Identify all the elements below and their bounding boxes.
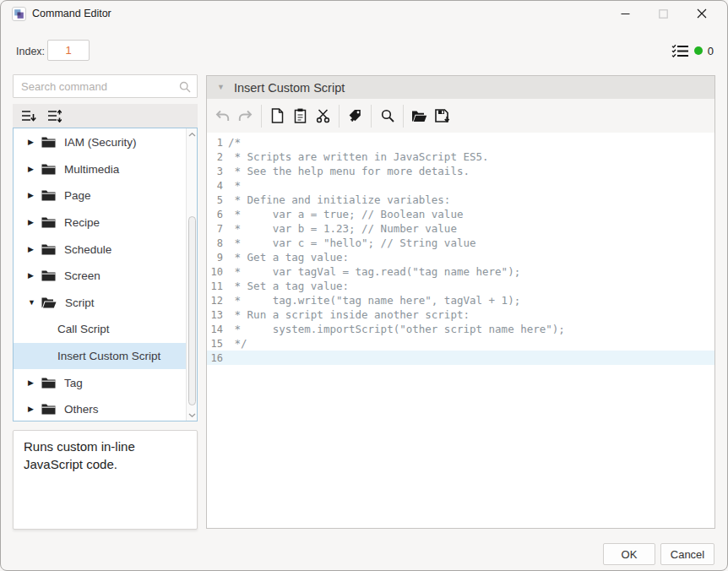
paste-button[interactable] [289, 104, 312, 128]
folder-icon [41, 217, 56, 228]
code-line-16: 16 [207, 351, 714, 365]
code-text: * var b = 1.23; // Number value [228, 222, 457, 235]
chevron-collapsed-icon[interactable]: ▶ [28, 246, 39, 253]
chevron-expanded-icon[interactable]: ▼ [28, 299, 39, 307]
close-icon [697, 8, 707, 19]
chevron-collapsed-icon[interactable]: ▶ [28, 192, 39, 199]
panel-collapse-icon[interactable]: ▼ [217, 84, 225, 91]
cut-button[interactable] [312, 104, 334, 128]
find-icon [381, 109, 394, 122]
code-line-7: 7 * var b = 1.23; // Number value [207, 221, 714, 236]
maximize-button[interactable] [644, 1, 682, 26]
titlebar: Command Editor [1, 1, 727, 26]
code-editor[interactable]: 1/*2 * Scripts are written in JavaScript… [207, 133, 714, 528]
minimize-button[interactable] [606, 1, 644, 26]
open-script-button[interactable] [408, 104, 431, 128]
line-number: 6 [207, 209, 223, 220]
line-number: 4 [207, 180, 223, 192]
command-tree: ▶IAM (Security)▶Multimedia▶Page▶Recipe▶S… [14, 129, 186, 421]
find-button[interactable] [376, 104, 399, 128]
ok-button[interactable]: OK [603, 543, 655, 565]
code-text: * var tagVal = tag.read("tag name here")… [228, 265, 520, 278]
line-number: 2 [207, 151, 223, 163]
folder-icon [41, 244, 56, 255]
code-text: * Scripts are written in JavaScript ES5. [228, 150, 489, 163]
folder-icon [41, 378, 56, 389]
code-text: * Get a tag value: [228, 251, 349, 264]
tree-item-label: Call Script [57, 323, 110, 335]
line-number: 15 [207, 338, 223, 350]
chevron-collapsed-icon[interactable]: ▶ [28, 139, 39, 146]
cancel-button[interactable]: Cancel [660, 543, 714, 565]
collapse-all-button[interactable] [19, 107, 38, 124]
tree-item-tag[interactable]: ▶Tag [14, 369, 186, 396]
code-text: * Define and initialize variables: [228, 193, 450, 206]
folder-icon [41, 164, 56, 175]
tree-item-label: Insert Custom Script [57, 350, 160, 362]
save-icon [435, 109, 450, 123]
expand-all-icon [47, 110, 62, 122]
copy-icon [271, 108, 284, 123]
tree-item-script[interactable]: ▼Script [14, 290, 186, 317]
tree-item-recipe[interactable]: ▶Recipe [14, 209, 186, 237]
copy-button[interactable] [266, 104, 289, 128]
add-tag-button[interactable] [344, 104, 367, 128]
tree-item-iam-security[interactable]: ▶IAM (Security) [14, 129, 186, 156]
line-number: 10 [207, 266, 223, 278]
tree-toolbar [13, 104, 198, 128]
validation-list-icon[interactable] [671, 44, 689, 58]
code-text: * var c = "hello"; // String value [228, 237, 476, 249]
tree-item-insert-custom-script[interactable]: Insert Custom Script [14, 343, 186, 370]
tree-item-multimedia[interactable]: ▶Multimedia [14, 156, 186, 183]
open-folder-icon [411, 110, 427, 122]
code-text: * See the help menu for more details. [228, 165, 470, 177]
folder-icon [41, 270, 56, 281]
cut-icon [316, 109, 330, 123]
toolbar-separator [371, 105, 372, 128]
line-number: 12 [207, 295, 223, 307]
scroll-up-icon[interactable] [187, 128, 198, 140]
code-line-9: 9 * Get a tag value: [207, 250, 714, 264]
code-line-13: 13 * Run a script inside another script: [207, 307, 714, 322]
chevron-collapsed-icon[interactable]: ▶ [28, 219, 39, 226]
tree-item-call-script[interactable]: Call Script [14, 316, 186, 343]
add-tag-icon [348, 109, 362, 122]
close-button[interactable] [682, 1, 720, 26]
chevron-collapsed-icon[interactable]: ▶ [28, 405, 39, 413]
code-line-4: 4 * [207, 178, 714, 193]
folder-icon [41, 137, 56, 148]
code-line-1: 1/* [207, 135, 714, 150]
code-text: * [228, 179, 241, 192]
chevron-collapsed-icon[interactable]: ▶ [28, 379, 39, 387]
tree-item-label: Recipe [64, 216, 100, 229]
search-input[interactable] [14, 75, 197, 97]
tree-item-label: Page [64, 189, 91, 202]
script-panel-title: Insert Custom Script [234, 81, 345, 95]
tree-item-screen[interactable]: ▶Screen [14, 263, 186, 290]
tree-item-label: Screen [64, 269, 101, 282]
code-text: * var a = true; // Boolean value [228, 208, 463, 220]
undo-button[interactable] [211, 104, 234, 128]
tree-item-schedule[interactable]: ▶Schedule [14, 236, 186, 263]
code-text: */ [228, 337, 247, 350]
index-input[interactable] [47, 40, 90, 61]
editor-toolbar [207, 99, 714, 133]
expand-all-button[interactable] [46, 107, 64, 124]
folder-icon [41, 404, 56, 415]
line-number: 3 [207, 166, 223, 177]
line-number: 11 [207, 280, 223, 292]
tree-item-others[interactable]: ▶Others [14, 396, 186, 421]
redo-button[interactable] [234, 104, 257, 128]
scroll-down-icon[interactable] [187, 409, 198, 421]
toolbar-separator [403, 105, 404, 128]
scrollbar-thumb[interactable] [188, 216, 196, 405]
tree-item-page[interactable]: ▶Page [14, 182, 186, 209]
chevron-collapsed-icon[interactable]: ▶ [28, 166, 39, 173]
chevron-collapsed-icon[interactable]: ▶ [28, 272, 39, 280]
collapse-all-icon [21, 110, 36, 122]
toolbar-separator [339, 105, 340, 128]
code-text: * Set a tag value: [228, 280, 349, 292]
line-number: 7 [207, 223, 223, 235]
tree-scrollbar[interactable] [186, 128, 197, 421]
save-script-button[interactable] [431, 104, 454, 128]
